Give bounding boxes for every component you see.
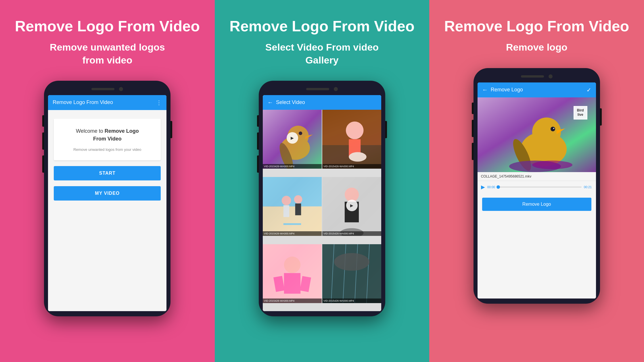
timeline-bar: ▶ 00:00 00:21 — [478, 181, 596, 193]
phone-camera-3 — [549, 74, 553, 78]
video-filename-5: VID-2015426-WA000.MP4 — [263, 299, 322, 303]
welcome-text: Welcome to Remove LogoFrom Video — [60, 127, 155, 143]
progress-thumb[interactable] — [497, 185, 500, 189]
welcome-bold: Remove LogoFrom Video — [93, 128, 139, 142]
logo-overlay[interactable]: Birdlive — [574, 106, 587, 120]
svg-point-40 — [532, 161, 572, 169]
video-item-6[interactable]: VID-2015426-WA000.MP4 — [322, 244, 381, 303]
phone-camera — [119, 87, 123, 91]
svg-point-3 — [299, 132, 302, 135]
svg-point-31 — [334, 253, 369, 271]
svg-point-22 — [284, 257, 300, 273]
volume-up-button-3 — [472, 103, 474, 114]
phone-top-bar — [48, 86, 166, 92]
svg-point-7 — [346, 122, 364, 139]
video-item-5[interactable]: VID-2015426-WA000.MP4 — [263, 244, 322, 303]
video-filename-2: VID-2015426-WA000.MP4 — [322, 164, 381, 169]
thumb-3-bg — [263, 177, 322, 236]
phone-speaker-3 — [521, 75, 544, 78]
camera-button-3 — [472, 143, 474, 160]
back-icon-2[interactable]: ← — [267, 99, 273, 106]
video-grid: ▶ VID-2015426-WA000.MP4 VID-20 — [263, 110, 381, 311]
checkmark-icon[interactable]: ✓ — [586, 86, 591, 93]
video-item-2[interactable]: VID-2015426-WA000.MP4 — [322, 110, 381, 169]
video-filename-3: VID-2015426-WA000.MP4 — [263, 231, 322, 236]
video-preview: Birdlive — [478, 97, 596, 172]
phone-speaker — [91, 88, 114, 90]
panel3-title: Remove Logo From Video — [444, 17, 629, 35]
phone-screen-3: ← Remove Logo ✓ — [478, 82, 596, 299]
phone-frame-2: ← Select Video ▶ — [259, 81, 385, 316]
menu-icon[interactable]: ⋮ — [156, 99, 162, 106]
panel2-subtitle: Select Video From videoGallery — [265, 41, 379, 66]
svg-rect-23 — [284, 273, 300, 294]
svg-point-36 — [551, 127, 555, 131]
video-filename-1: VID-2015426-WA000.MP4 — [263, 164, 322, 169]
video-filename-6: VID-2015426-WA000.MP4 — [322, 299, 381, 303]
svg-point-13 — [282, 196, 291, 205]
panel1-title: Remove Logo From Video — [15, 17, 200, 35]
back-icon-3[interactable]: ← — [482, 86, 488, 93]
svg-point-15 — [294, 195, 302, 204]
screen1-content: Welcome to Remove LogoFrom Video Remove … — [48, 110, 166, 311]
panel1-subtitle: Remove unwanted logosfrom video — [50, 41, 165, 66]
volume-up-button — [42, 115, 44, 127]
welcome-card: Welcome to Remove LogoFrom Video Remove … — [54, 119, 161, 160]
phone-frame-1: Remove Logo From Video ⋮ Welcome to Remo… — [44, 81, 170, 316]
video-filename-4: VID-2015426-WA000.MP4 — [322, 231, 381, 236]
thumb-6-bg — [322, 244, 381, 303]
phone-camera-2 — [334, 87, 338, 91]
power-button-2 — [385, 121, 387, 138]
svg-rect-14 — [283, 205, 290, 217]
power-button-3 — [600, 108, 602, 126]
panel3-subtitle: Remove logo — [506, 41, 567, 53]
app-bar-2: ← Select Video — [263, 95, 381, 110]
app-bar-title-2: Select Video — [276, 99, 305, 105]
app-bar-title-3: Remove Logo — [491, 87, 523, 93]
volume-down-button — [42, 132, 44, 150]
video-item-1[interactable]: ▶ VID-2015426-WA000.MP4 — [263, 110, 322, 169]
phone-speaker-2 — [306, 88, 329, 90]
welcome-subtext: Remove unwanted logos from your video — [60, 147, 155, 152]
thumb-2-bg — [322, 110, 381, 169]
phone-frame-3: ← Remove Logo ✓ — [474, 68, 600, 304]
app-bar-left-2: ← Select Video — [267, 99, 305, 106]
app-bar-title-1: Remove Logo From Video — [53, 99, 113, 105]
svg-rect-16 — [295, 203, 301, 215]
play-btn-4[interactable]: ▶ — [346, 200, 358, 211]
start-button[interactable]: START — [54, 166, 161, 180]
panel-3: Remove Logo From Video Remove logo ← Rem… — [429, 0, 644, 362]
phone-top-bar-3 — [478, 73, 596, 80]
time-end: 00:21 — [584, 185, 593, 189]
volume-up-button-2 — [257, 115, 259, 127]
my-video-button[interactable]: MY VIDEO — [54, 186, 161, 201]
camera-button-2 — [257, 155, 259, 173]
phone-screen-2: ← Select Video ▶ — [263, 95, 381, 311]
volume-down-button-3 — [472, 120, 474, 137]
remove-logo-button[interactable]: Remove Logo — [482, 198, 591, 211]
app-bar-3: ← Remove Logo ✓ — [478, 82, 596, 97]
panel-2: Remove Logo From Video Select Video From… — [215, 0, 430, 362]
video-filename-bar: COLLAGE_1475495686521.mkv — [478, 172, 596, 181]
panel-1: Remove Logo From Video Remove unwanted l… — [0, 0, 215, 362]
svg-point-37 — [553, 128, 554, 129]
camera-button — [42, 155, 44, 173]
svg-point-9 — [349, 152, 367, 161]
play-btn-1[interactable]: ▶ — [287, 132, 298, 144]
app-bar-left-3: ← Remove Logo — [482, 86, 523, 93]
power-button — [170, 121, 172, 138]
phone-screen-1: Remove Logo From Video ⋮ Welcome to Remo… — [48, 95, 166, 311]
video-item-4[interactable]: ▶ VID-2015426-WA000.MP4 — [322, 177, 381, 236]
screen3-content: Birdlive COLLAGE_1475495686521.mkv ▶ 00:… — [478, 97, 596, 299]
video-item-3[interactable]: VID-2015426-WA000.MP4 — [263, 177, 322, 236]
panel2-title: Remove Logo From Video — [229, 17, 414, 35]
phone-top-bar-2 — [263, 86, 381, 92]
progress-bar[interactable] — [498, 186, 582, 188]
app-bar-1: Remove Logo From Video ⋮ — [48, 95, 166, 110]
play-icon[interactable]: ▶ — [481, 184, 485, 190]
thumb-5-bg — [263, 244, 322, 303]
volume-down-button-2 — [257, 132, 259, 150]
svg-rect-10 — [263, 177, 322, 207]
time-start: 00:00 — [487, 185, 496, 189]
logo-text: Birdlive — [577, 108, 584, 117]
